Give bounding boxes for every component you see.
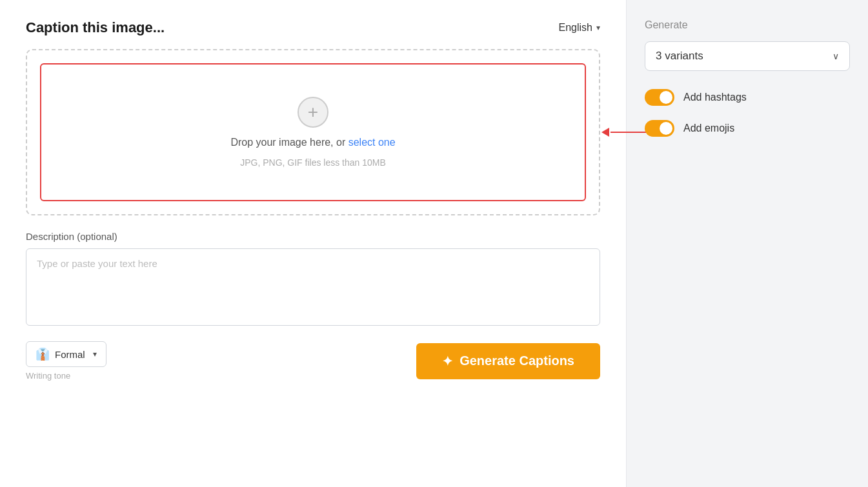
description-section: Description (optional) — [26, 231, 600, 328]
emojis-toggle-option: Add emojis — [645, 120, 850, 137]
generate-captions-button[interactable]: ✦ Generate Captions — [416, 343, 600, 379]
generate-captions-label: Generate Captions — [459, 353, 574, 368]
add-image-icon: + — [298, 97, 328, 128]
hashtags-toggle[interactable] — [645, 89, 674, 106]
drop-text: Drop your image here, or select one — [230, 137, 395, 148]
header-row: Caption this image... English ▾ — [26, 19, 600, 36]
dropzone-inner[interactable]: + Drop your image here, or select one JP… — [40, 63, 586, 201]
tone-icon: 👔 — [35, 347, 50, 361]
sparkle-icon: ✦ — [442, 353, 453, 369]
language-label: English — [559, 22, 592, 34]
select-file-link[interactable]: select one — [348, 137, 396, 148]
variants-dropdown[interactable]: 3 variants ∨ — [645, 41, 850, 71]
hashtags-slider — [645, 89, 674, 106]
emojis-toggle[interactable] — [645, 120, 674, 137]
emojis-label: Add emojis — [683, 123, 734, 134]
bottom-row: 👔 Formal ▾ Writing tone ✦ Generate Capti… — [26, 341, 600, 381]
emojis-slider — [645, 120, 674, 137]
writing-tone-label: Writing tone — [26, 371, 106, 381]
sidebar: Generate 3 variants ∨ Add hashtags Add e… — [626, 0, 868, 487]
dropzone-outer: + Drop your image here, or select one JP… — [26, 49, 600, 215]
language-chevron-icon: ▾ — [596, 23, 600, 32]
drop-subtext: JPG, PNG, GIF files less than 10MB — [240, 157, 386, 168]
main-content: Caption this image... English ▾ + Drop y… — [0, 0, 626, 487]
arrowhead-icon — [601, 128, 609, 137]
variants-chevron-icon: ∨ — [833, 51, 839, 61]
sidebar-title: Generate — [645, 19, 850, 31]
hashtags-label: Add hashtags — [683, 92, 747, 103]
tone-selector[interactable]: 👔 Formal ▾ — [26, 341, 106, 367]
tone-wrapper: 👔 Formal ▾ Writing tone — [26, 341, 106, 381]
tone-chevron-icon: ▾ — [93, 350, 97, 359]
page-title: Caption this image... — [26, 19, 165, 36]
description-textarea[interactable] — [26, 248, 600, 326]
tone-label: Formal — [55, 349, 85, 360]
language-selector[interactable]: English ▾ — [559, 22, 600, 34]
hashtags-toggle-option: Add hashtags — [645, 89, 850, 106]
description-label: Description (optional) — [26, 231, 600, 242]
variants-label: 3 variants — [656, 50, 703, 63]
